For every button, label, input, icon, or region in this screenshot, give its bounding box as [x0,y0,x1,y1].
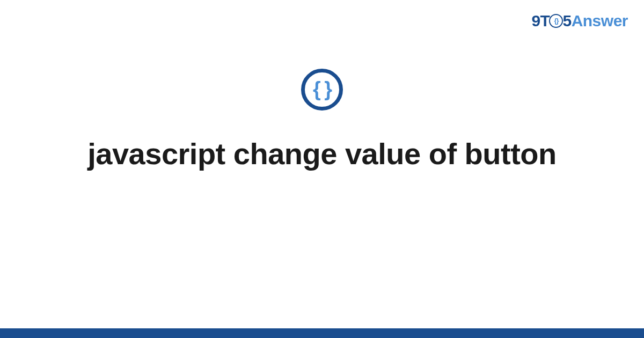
logo-9t-text: 9T [531,12,550,30]
logo-answer-text: Answer [572,12,628,30]
logo-5-text: 5 [562,12,571,30]
logo-braces-icon: {} [554,17,558,25]
braces-icon: { } [313,79,331,99]
main-content: { } javascript change value of button [0,69,644,171]
footer-bar [0,328,644,338]
logo-o-icon: {} [549,14,563,28]
site-logo: 9T {} 5Answer [531,12,628,30]
topic-icon: { } [301,69,343,111]
page-title: javascript change value of button [87,136,556,171]
